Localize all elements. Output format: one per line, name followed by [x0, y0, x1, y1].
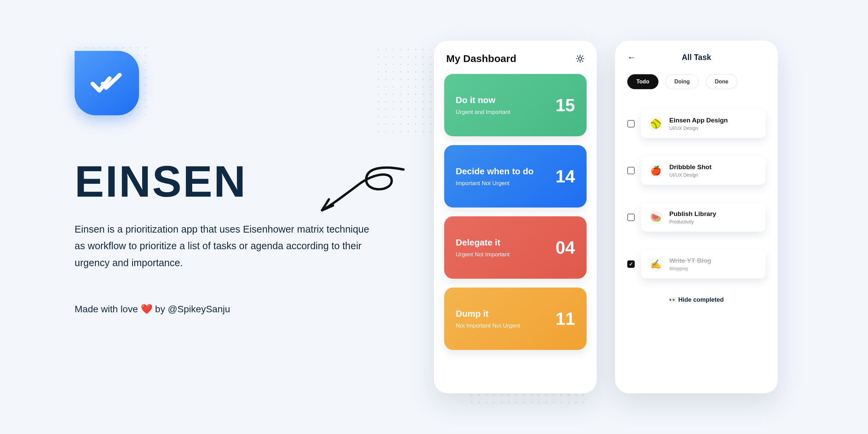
svg-line-7	[577, 61, 578, 62]
svg-line-8	[583, 56, 583, 57]
app-description: Einsen is a prioritization app that uses…	[75, 221, 373, 271]
svg-line-6	[583, 61, 583, 62]
priority-card-do-it-now[interactable]: Do it now Urgent and Important 15	[444, 74, 587, 136]
task-checkbox[interactable]	[627, 214, 635, 221]
card-count: 11	[555, 309, 575, 329]
task-header: ← All Task	[625, 53, 768, 62]
task-category: Blogging	[669, 266, 711, 271]
task-row: 🍉 Publish Library Productivity	[625, 197, 768, 238]
priority-card-dump[interactable]: Dump it Not Important Not Urgent 11	[444, 288, 587, 350]
credits-by: by	[155, 304, 165, 314]
tab-doing[interactable]: Doing	[665, 74, 699, 89]
priority-card-decide[interactable]: Decide when to do Important Not Urgent 1…	[444, 145, 587, 208]
task-name: Publish Library	[669, 210, 716, 218]
task-card[interactable]: 🍎 Dribbble Shot UI/UX Design	[641, 156, 766, 185]
task-emoji-icon: 🥎	[648, 116, 663, 131]
svg-point-0	[578, 57, 582, 60]
card-title: Decide when to do	[456, 166, 534, 177]
task-category: UI/UX Design	[669, 172, 712, 178]
back-arrow-icon[interactable]: ←	[627, 52, 636, 63]
task-name: Write YT Blog	[669, 257, 711, 264]
task-card[interactable]: 🍉 Publish Library Productivity	[641, 203, 766, 232]
task-emoji-icon: ✍️	[648, 257, 663, 272]
hand-drawn-arrow	[315, 163, 407, 217]
dashboard-header: My Dashboard	[444, 53, 587, 64]
task-card[interactable]: ✍️ Write YT Blog Blogging	[641, 250, 766, 278]
task-row: ✍️ Write YT Blog Blogging	[625, 244, 768, 284]
task-emoji-icon: 🍉	[648, 210, 663, 225]
card-title: Do it now	[456, 95, 510, 105]
card-count: 15	[555, 95, 575, 115]
credits-prefix: Made with love	[75, 304, 138, 314]
card-subtitle: Important Not Urgent	[456, 180, 534, 187]
all-task-title: All Task	[682, 53, 711, 62]
task-category: Productivity	[669, 219, 716, 224]
card-count: 14	[555, 166, 575, 186]
card-title: Dump it	[456, 309, 520, 319]
eyes-icon: 👀	[669, 296, 676, 303]
status-tabs: Todo Doing Done	[625, 74, 768, 89]
all-task-screen: ← All Task Todo Doing Done 🥎 Einsen App …	[615, 41, 778, 393]
tab-todo[interactable]: Todo	[627, 74, 658, 89]
dashboard-screen: My Dashboard Do it now Urgent and Import…	[434, 41, 597, 393]
credits: Made with love ❤️ by @SpikeySanju	[75, 303, 373, 315]
task-name: Einsen App Design	[669, 117, 728, 124]
card-subtitle: Urgent Not Important	[456, 251, 510, 258]
credits-handle: @SpikeySanju	[168, 304, 230, 314]
task-checkbox[interactable]	[627, 260, 635, 268]
lightbulb-icon[interactable]	[576, 54, 585, 63]
task-name: Dribbble Shot	[669, 163, 712, 171]
task-checkbox[interactable]	[627, 120, 635, 127]
hide-completed-button[interactable]: 👀 Hide completed	[625, 296, 768, 303]
svg-line-5	[577, 56, 578, 57]
task-row: 🥎 Einsen App Design UI/UX Design	[625, 103, 768, 144]
hide-completed-label: Hide completed	[678, 296, 724, 303]
card-subtitle: Not Important Not Urgent	[456, 322, 520, 329]
heart-icon: ❤️	[141, 304, 153, 314]
task-card[interactable]: 🥎 Einsen App Design UI/UX Design	[641, 110, 766, 138]
task-checkbox[interactable]	[627, 167, 635, 174]
task-category: UI/UX Design	[669, 125, 728, 131]
card-subtitle: Urgent and Important	[456, 109, 510, 116]
app-logo	[75, 51, 139, 115]
task-row: 🍎 Dribbble Shot UI/UX Design	[625, 150, 768, 191]
card-count: 04	[555, 237, 575, 258]
double-check-icon	[90, 66, 124, 100]
card-title: Delegate it	[456, 237, 510, 248]
dashboard-title: My Dashboard	[446, 53, 516, 64]
task-emoji-icon: 🍎	[648, 163, 663, 178]
tab-done[interactable]: Done	[706, 74, 737, 89]
priority-card-delegate[interactable]: Delegate it Urgent Not Important 04	[444, 216, 587, 279]
